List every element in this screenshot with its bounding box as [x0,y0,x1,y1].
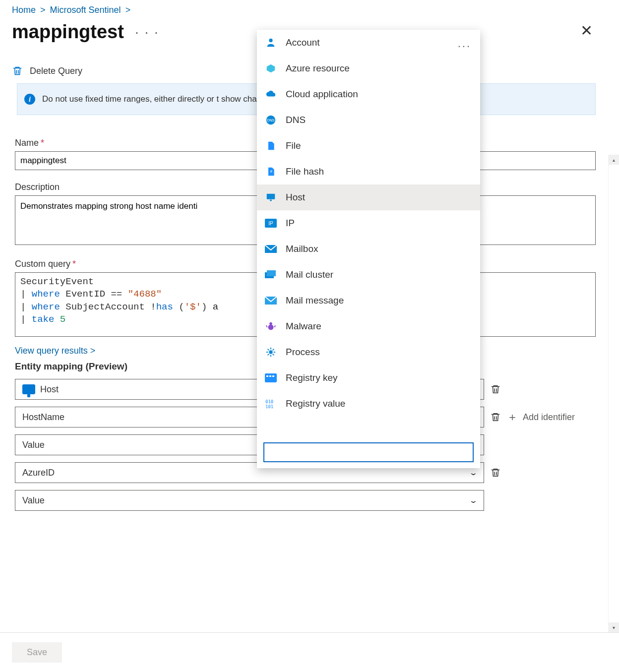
breadcrumb-sentinel[interactable]: Microsoft Sentinel [50,5,121,15]
svg-line-22 [268,349,269,351]
entity-delete-button[interactable] [490,384,501,395]
breadcrumb-sep-2: > [125,5,131,15]
svg-rect-5 [267,194,275,199]
identifier-value-placeholder: Value [22,440,45,450]
svg-text:IP: IP [268,221,273,226]
scroll-down-icon[interactable]: ▾ [609,622,619,632]
save-button[interactable]: Save [12,642,62,663]
dropdown-item-label: Mail cluster [286,269,333,280]
breadcrumb: Home > Microsoft Sentinel > [12,0,596,15]
scroll-up-icon[interactable]: ▴ [609,155,619,165]
svg-rect-11 [267,270,276,276]
dns-icon: DNS [265,114,277,126]
trash-icon [12,65,23,76]
mailbox-icon [265,243,277,255]
name-label-text: Name [15,138,39,148]
dropdown-item-label: Mailbox [286,244,318,254]
registrykey-icon [265,372,277,384]
breadcrumb-sep-1: > [40,5,46,15]
svg-rect-27 [266,375,268,377]
footer: Save [0,632,619,672]
dropdown-item-host[interactable]: Host [257,184,480,210]
dropdown-item-process[interactable]: Process [257,339,480,365]
cloudapp-icon [265,88,277,100]
info-icon: i [24,94,35,105]
dropdown-item-azure[interactable]: Azure resource [257,56,480,81]
dropdown-item-cloudapp[interactable]: Cloud application [257,81,480,107]
svg-line-14 [266,325,267,327]
svg-marker-1 [267,64,275,73]
svg-line-23 [273,354,274,356]
dropdown-item-label: Host [286,192,305,203]
entity-type-dropdown-scroll[interactable]: ··· AccountAzure resourceCloud applicati… [257,30,480,437]
add-identifier-button[interactable]: ＋Add identifier [507,412,575,423]
host-icon [265,191,277,203]
account-icon [265,37,277,49]
dropdown-item-mailmessage[interactable]: Mail message [257,288,480,313]
entity-type-dropdown-popup: ··· AccountAzure resourceCloud applicati… [257,30,480,468]
filehash-icon: # [265,166,277,178]
host-icon [22,384,35,394]
dropdown-item-label: Process [286,347,320,358]
dropdown-item-label: Cloud application [286,89,358,100]
identifier-delete-button-0[interactable] [490,412,501,423]
dropdown-item-label: Malware [286,321,321,332]
registryvalue-icon: 010101 [265,398,277,410]
svg-line-25 [273,349,274,351]
identifier-delete-button-1[interactable] [490,467,501,478]
close-icon[interactable]: ✕ [580,23,593,38]
dropdown-item-label: Registry value [286,398,345,409]
svg-line-24 [268,354,269,356]
page-title-more[interactable]: · · · [135,24,159,40]
delete-query-label: Delete Query [30,66,82,76]
svg-line-15 [274,325,275,327]
dropdown-item-mailcluster[interactable]: Mail cluster [257,262,480,288]
chevron-down-icon: ⌄ [469,496,478,504]
dropdown-item-file[interactable]: File [257,133,480,159]
svg-point-13 [268,324,274,330]
custom-query-label-text: Custom query [15,259,70,269]
dropdown-item-filehash[interactable]: #File hash [257,159,480,184]
dropdown-item-label: DNS [286,115,306,125]
dropdown-item-label: Account [286,37,320,48]
dropdown-item-label: Registry key [286,372,338,383]
dropdown-item-label: IP [286,218,295,229]
plus-icon: ＋ [507,412,518,423]
svg-rect-6 [270,200,272,201]
mailmessage-icon [265,295,277,306]
page-title-text: mappingtest [12,21,124,43]
entity-type-search-input[interactable] [263,442,474,462]
mailcluster-icon [265,269,277,281]
svg-rect-28 [269,375,271,377]
identifier-value-dropdown-1[interactable]: Value⌄ [15,490,484,511]
svg-rect-26 [265,373,277,382]
vertical-scrollbar[interactable]: ▴ ▾ [608,155,619,632]
svg-rect-29 [272,375,274,377]
page-title: mappingtest · · · [12,21,159,43]
dropdown-item-mailbox[interactable]: Mailbox [257,236,480,262]
svg-point-16 [269,322,272,325]
dropdown-item-malware[interactable]: Malware [257,313,480,339]
required-star: * [41,138,44,148]
process-icon [265,346,277,358]
dropdown-item-dns[interactable]: DNSDNS [257,107,480,133]
ip-icon: IP [265,217,277,229]
svg-text:010: 010 [265,399,273,404]
add-identifier-label: Add identifier [523,412,575,423]
dropdown-more-icon[interactable]: ··· [458,40,471,53]
svg-point-17 [269,350,272,354]
identifier-field-value: HostName [22,412,64,423]
dropdown-item-label: File hash [286,166,324,177]
dropdown-item-registrykey[interactable]: Registry key [257,365,480,391]
svg-text:DNS: DNS [267,118,275,122]
dropdown-item-ip[interactable]: IPIP [257,210,480,236]
file-icon [265,140,277,152]
azure-icon [265,62,277,74]
svg-point-0 [269,39,272,42]
entity-type-selected: Host [40,384,59,395]
dropdown-item-registryvalue[interactable]: 010101Registry value [257,391,480,417]
required-star: * [72,259,76,269]
dropdown-item-account[interactable]: Account [257,30,480,56]
breadcrumb-home[interactable]: Home [12,5,36,15]
svg-text:101: 101 [265,404,273,409]
